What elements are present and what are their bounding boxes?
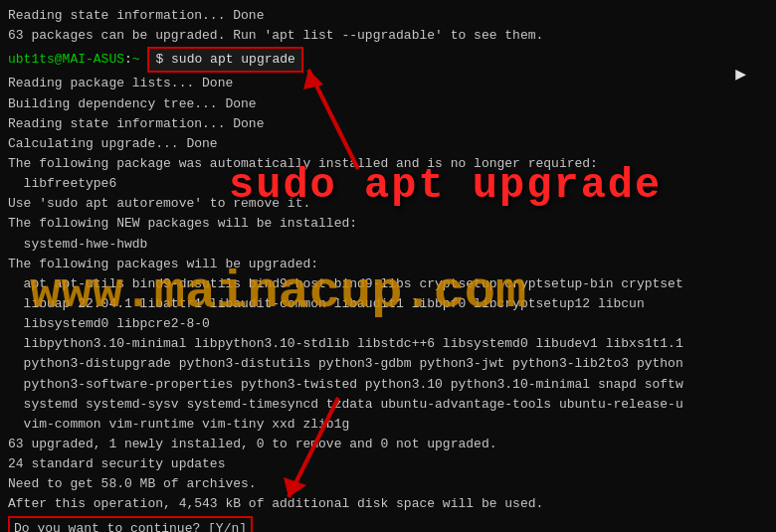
mouse-cursor: ▶ — [735, 62, 746, 89]
terminal-line-19: python3-software-properties python3-twis… — [8, 375, 768, 395]
terminal-line-10: Use 'sudo apt autoremove' to remove it. — [8, 194, 768, 214]
terminal-line-2: 63 packages can be upgraded. Run 'apt li… — [8, 26, 768, 46]
terminal-line-15: libuap 22.04.1 libattr1 libaudit-common … — [8, 294, 768, 314]
terminal-line-22: 63 upgraded, 1 newly installed, 0 to rem… — [8, 435, 768, 454]
continue-prompt-line[interactable]: Do you want to continue? [Y/n] — [8, 516, 768, 532]
prompt-path: ~ — [132, 52, 140, 67]
terminal-line-14: apt apt-utils bind9-dnsutils bind9-host … — [8, 274, 768, 294]
terminal-line-11: The following NEW packages will be insta… — [8, 214, 768, 234]
terminal-line-20: systemd systemd-sysv systemd-timesyncd t… — [8, 395, 768, 415]
terminal-line-7: Calculating upgrade... Done — [8, 134, 768, 154]
terminal-line-1: Reading state information... Done — [8, 6, 768, 26]
terminal-line-13: The following packages will be upgraded: — [8, 255, 768, 274]
terminal-line-16: libsystemd0 libpcre2-8-0 — [8, 314, 768, 334]
prompt-separator: : — [124, 52, 132, 67]
terminal-line-9: libfreetype6 — [8, 174, 768, 194]
terminal-line-23: 24 standard security updates — [8, 454, 768, 474]
terminal-line-4: Reading package lists... Done — [8, 74, 768, 93]
terminal-line-25: After this operation, 4,543 kB of additi… — [8, 494, 768, 514]
terminal-line-5: Building dependency tree... Done — [8, 94, 768, 114]
prompt-dollar — [140, 52, 148, 67]
terminal-line-18: python3-distupgrade python3-distutils py… — [8, 354, 768, 374]
terminal-line-17: libpython3.10-minimal libpython3.10-stdl… — [8, 334, 768, 354]
prompt-username: ubt1ts@MAI-ASUS — [8, 52, 124, 67]
terminal-line-8: The following package was automatically … — [8, 154, 768, 174]
terminal-line-12: systemd-hwe-hwdb — [8, 235, 768, 255]
continue-box[interactable]: Do you want to continue? [Y/n] — [8, 516, 253, 532]
terminal-prompt-line[interactable]: ubt1ts@MAI-ASUS:~ $ sudo apt upgrade — [8, 47, 768, 73]
terminal-line-6: Reading state information... Done — [8, 114, 768, 134]
command-box: $ sudo apt upgrade — [147, 47, 302, 73]
terminal-line-24: Need to get 58.0 MB of archives. — [8, 474, 768, 494]
terminal-window: Reading state information... Done 63 pac… — [0, 0, 776, 532]
terminal-line-21: vim-common vim-runtime vim-tiny xxd zlib… — [8, 415, 768, 435]
